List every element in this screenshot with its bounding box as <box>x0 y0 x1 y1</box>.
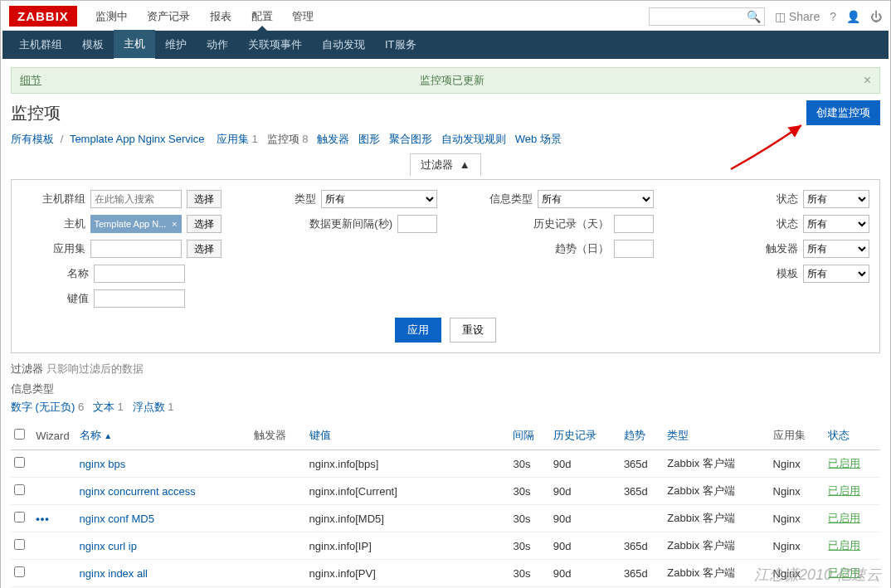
history-input[interactable] <box>614 215 654 233</box>
bc-tab-web[interactable]: Web 场景 <box>515 133 562 145</box>
item-type: Zabbix 客户端 <box>664 560 769 587</box>
hostgroup-input[interactable] <box>90 190 182 208</box>
trigger-label: 触发器 <box>766 241 798 256</box>
bc-tab-appset[interactable]: 应用集 1 <box>217 133 258 145</box>
item-trend: 365d <box>621 478 664 505</box>
type-select[interactable]: 所有 <box>321 190 437 208</box>
infotype-select[interactable]: 所有 <box>538 190 654 208</box>
subnav-actions[interactable]: 动作 <box>197 31 238 59</box>
col-key[interactable]: 键值 <box>306 421 510 450</box>
page-title: 监控项 <box>11 102 61 124</box>
bc-tab-items: 监控项 8 <box>267 133 309 145</box>
host-tag[interactable]: Template App N...× <box>90 215 182 233</box>
item-name-link[interactable]: nginx curl ip <box>80 540 137 552</box>
state-select[interactable]: 所有 <box>803 215 869 233</box>
items-table: Wizard 名称 ▲ 触发器 键值 间隔 历史记录 趋势 类型 应用集 状态 … <box>11 421 880 588</box>
reset-button[interactable]: 重设 <box>450 318 496 343</box>
item-appset: Nginx <box>770 560 825 587</box>
subnav-hostgroups[interactable]: 主机群组 <box>9 31 72 59</box>
topnav-monitor[interactable]: 监测中 <box>95 10 128 22</box>
trigger-select[interactable]: 所有 <box>803 240 869 258</box>
topnav-config[interactable]: 配置 <box>251 10 273 22</box>
item-status[interactable]: 已启用 <box>828 566 860 579</box>
close-icon[interactable]: × <box>864 73 871 88</box>
item-status[interactable]: 已启用 <box>828 484 860 497</box>
bc-tab-discovery[interactable]: 自动发现规则 <box>441 133 506 145</box>
topnav-admin[interactable]: 管理 <box>292 10 314 22</box>
item-interval: 30s <box>509 478 549 505</box>
bc-tab-triggers[interactable]: 触发器 <box>317 133 349 145</box>
subfilter-float[interactable]: 浮点数 <box>133 401 165 413</box>
col-wizard: Wizard <box>32 421 75 450</box>
share-button[interactable]: ◫ Share <box>775 10 820 23</box>
subnav-discovery[interactable]: 自动发现 <box>312 31 375 59</box>
row-checkbox[interactable] <box>14 457 25 468</box>
item-name-link[interactable]: nginx bps <box>80 458 126 470</box>
subnav-correlation[interactable]: 关联项事件 <box>238 31 312 59</box>
subnav-hosts[interactable]: 主机 <box>114 30 155 61</box>
item-history: 90d <box>550 505 621 532</box>
power-icon[interactable]: ⏻ <box>870 10 882 23</box>
item-name-link[interactable]: nginx concurrent access <box>80 485 196 498</box>
row-checkbox[interactable] <box>14 484 25 495</box>
appset-select-button[interactable]: 选择 <box>187 240 222 258</box>
hostgroup-select-button[interactable]: 选择 <box>187 190 222 208</box>
subfilter-header: 过滤器 只影响过滤后的数据 <box>11 362 880 377</box>
item-key: nginx.info[IP] <box>306 532 510 560</box>
item-name-link[interactable]: nginx conf MD5 <box>80 513 154 525</box>
topnav-inventory[interactable]: 资产记录 <box>147 10 190 22</box>
user-icon[interactable]: 👤 <box>846 10 860 23</box>
global-search[interactable]: 🔍 <box>649 7 765 26</box>
col-name[interactable]: 名称 ▲ <box>76 421 251 450</box>
template-filter-select[interactable]: 所有 <box>803 265 869 283</box>
subnav-itservices[interactable]: IT服务 <box>375 31 426 59</box>
subnav-templates[interactable]: 模板 <box>72 31 114 59</box>
banner-details-link[interactable]: 细节 <box>20 73 41 88</box>
item-name-link[interactable]: nginx index all <box>80 567 148 580</box>
col-history[interactable]: 历史记录 <box>550 421 621 450</box>
col-type[interactable]: 类型 <box>664 421 769 450</box>
update-interval-input[interactable] <box>397 215 437 233</box>
topnav-reports[interactable]: 报表 <box>210 10 231 22</box>
host-select-button[interactable]: 选择 <box>187 215 222 233</box>
subfilter-numeric[interactable]: 数字 (无正负) <box>11 401 75 413</box>
top-nav: 监测中 资产记录 报表 配置 管理 <box>87 9 323 24</box>
bc-template-name[interactable]: Template App Nginx Service <box>70 133 205 145</box>
item-history: 90d <box>550 450 621 478</box>
create-item-button[interactable]: 创建监控项 <box>806 100 880 125</box>
name-input[interactable] <box>94 265 185 283</box>
bc-tab-graphs[interactable]: 图形 <box>358 133 380 145</box>
table-row: •••nginx conf MD5nginx.info[MD5]30s90dZa… <box>11 505 880 532</box>
search-icon[interactable]: 🔍 <box>747 10 761 23</box>
apply-button[interactable]: 应用 <box>395 318 441 343</box>
status-select[interactable]: 所有 <box>803 190 869 208</box>
item-status[interactable]: 已启用 <box>828 457 860 469</box>
sort-asc-icon: ▲ <box>104 431 112 440</box>
row-checkbox[interactable] <box>14 512 25 522</box>
item-status[interactable]: 已启用 <box>828 539 860 552</box>
row-checkbox[interactable] <box>14 566 25 577</box>
bc-all-templates[interactable]: 所有模板 <box>11 133 54 145</box>
table-row: nginx curl ipnginx.info[IP]30s90d365dZab… <box>11 532 880 560</box>
table-row: nginx index allnginx.info[PV]30s90d365dZ… <box>11 560 880 587</box>
item-history: 90d <box>550 560 621 587</box>
item-status[interactable]: 已启用 <box>828 512 860 524</box>
item-key: nginx.info[PV] <box>306 560 510 587</box>
trend-input[interactable] <box>614 240 654 258</box>
key-label: 键值 <box>67 291 89 306</box>
row-checkbox[interactable] <box>14 539 25 550</box>
host-tag-remove[interactable]: × <box>172 219 177 229</box>
appset-input[interactable] <box>90 240 182 258</box>
wizard-icon[interactable]: ••• <box>36 513 50 525</box>
subfilter-text[interactable]: 文本 <box>93 401 114 413</box>
history-label: 历史记录（天） <box>533 216 609 231</box>
item-interval: 30s <box>509 505 549 532</box>
help-icon[interactable]: ? <box>830 10 836 23</box>
col-trend[interactable]: 趋势 <box>621 421 664 450</box>
select-all-checkbox[interactable] <box>14 429 25 440</box>
col-status[interactable]: 状态 <box>825 421 880 450</box>
col-interval[interactable]: 间隔 <box>509 421 549 450</box>
key-input[interactable] <box>94 289 185 308</box>
subnav-maintenance[interactable]: 维护 <box>155 31 197 59</box>
bc-tab-screens[interactable]: 聚合图形 <box>389 133 432 145</box>
